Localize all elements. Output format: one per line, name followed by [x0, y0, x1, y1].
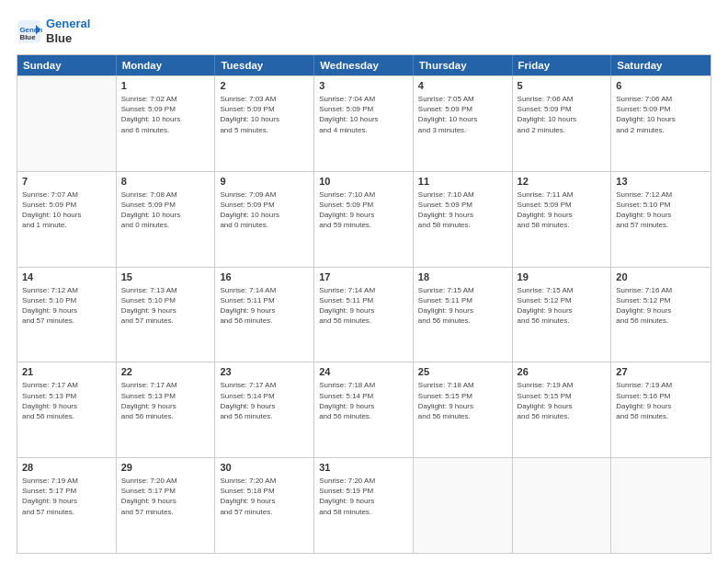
day-number: 8: [121, 175, 210, 189]
calendar-cell: 20Sunrise: 7:16 AM Sunset: 5:12 PM Dayli…: [611, 268, 711, 362]
calendar-cell: 23Sunrise: 7:17 AM Sunset: 5:14 PM Dayli…: [215, 362, 314, 457]
day-info: Sunrise: 7:14 AM Sunset: 5:11 PM Dayligh…: [220, 285, 309, 327]
calendar-cell: [17, 76, 117, 171]
day-info: Sunrise: 7:03 AM Sunset: 5:09 PM Dayligh…: [220, 94, 309, 135]
day-number: 26: [518, 365, 607, 379]
calendar-cell: 15Sunrise: 7:13 AM Sunset: 5:10 PM Dayli…: [117, 268, 216, 362]
day-info: Sunrise: 7:05 AM Sunset: 5:09 PM Dayligh…: [418, 94, 507, 135]
day-info: Sunrise: 7:02 AM Sunset: 5:09 PM Dayligh…: [121, 94, 210, 135]
calendar-cell: 12Sunrise: 7:11 AM Sunset: 5:09 PM Dayli…: [513, 172, 612, 267]
calendar-row-3: 21Sunrise: 7:17 AM Sunset: 5:13 PM Dayli…: [17, 362, 711, 457]
day-info: Sunrise: 7:19 AM Sunset: 5:15 PM Dayligh…: [518, 380, 607, 421]
calendar-cell: 11Sunrise: 7:10 AM Sunset: 5:09 PM Dayli…: [414, 172, 513, 267]
day-number: 10: [319, 175, 408, 189]
day-number: 23: [220, 365, 309, 379]
day-number: 2: [220, 79, 309, 93]
calendar-cell: 21Sunrise: 7:17 AM Sunset: 5:13 PM Dayli…: [17, 362, 117, 457]
day-info: Sunrise: 7:19 AM Sunset: 5:16 PM Dayligh…: [616, 380, 706, 421]
logo-icon: General Blue: [17, 18, 42, 44]
day-number: 4: [418, 79, 507, 93]
day-info: Sunrise: 7:09 AM Sunset: 5:09 PM Dayligh…: [220, 190, 309, 231]
day-info: Sunrise: 7:10 AM Sunset: 5:09 PM Dayligh…: [319, 190, 408, 231]
day-number: 1: [121, 79, 210, 93]
calendar-cell: 24Sunrise: 7:18 AM Sunset: 5:14 PM Dayli…: [314, 362, 414, 457]
day-number: 6: [616, 79, 706, 93]
day-info: Sunrise: 7:19 AM Sunset: 5:17 PM Dayligh…: [22, 476, 111, 517]
calendar-cell: 5Sunrise: 7:06 AM Sunset: 5:09 PM Daylig…: [513, 76, 612, 171]
day-info: Sunrise: 7:17 AM Sunset: 5:13 PM Dayligh…: [22, 380, 111, 421]
calendar-cell: 16Sunrise: 7:14 AM Sunset: 5:11 PM Dayli…: [215, 268, 314, 362]
calendar-row-2: 14Sunrise: 7:12 AM Sunset: 5:10 PM Dayli…: [17, 267, 711, 362]
calendar-cell: 30Sunrise: 7:20 AM Sunset: 5:18 PM Dayli…: [215, 458, 314, 553]
page-header: General Blue General Blue: [17, 17, 711, 45]
calendar-cell: 14Sunrise: 7:12 AM Sunset: 5:10 PM Dayli…: [17, 268, 117, 362]
calendar-page: General Blue General Blue SundayMondayTu…: [0, 0, 728, 563]
day-number: 18: [418, 270, 507, 284]
day-info: Sunrise: 7:18 AM Sunset: 5:14 PM Dayligh…: [319, 380, 408, 421]
calendar-cell: 8Sunrise: 7:08 AM Sunset: 5:09 PM Daylig…: [117, 172, 216, 267]
day-number: 9: [220, 175, 309, 189]
day-info: Sunrise: 7:20 AM Sunset: 5:18 PM Dayligh…: [220, 476, 309, 517]
header-day-tuesday: Tuesday: [215, 55, 314, 75]
header-day-monday: Monday: [117, 55, 216, 75]
day-number: 15: [121, 270, 210, 284]
day-number: 24: [319, 365, 408, 379]
day-info: Sunrise: 7:18 AM Sunset: 5:15 PM Dayligh…: [418, 380, 507, 421]
day-info: Sunrise: 7:04 AM Sunset: 5:09 PM Dayligh…: [319, 94, 408, 135]
day-number: 21: [22, 365, 111, 379]
day-number: 14: [22, 270, 111, 284]
day-number: 7: [22, 175, 111, 189]
calendar-body: 1Sunrise: 7:02 AM Sunset: 5:09 PM Daylig…: [17, 75, 711, 553]
day-info: Sunrise: 7:13 AM Sunset: 5:10 PM Dayligh…: [121, 285, 210, 327]
calendar-cell: 22Sunrise: 7:17 AM Sunset: 5:13 PM Dayli…: [117, 362, 216, 457]
day-number: 3: [319, 79, 408, 93]
day-number: 11: [418, 175, 507, 189]
day-info: Sunrise: 7:17 AM Sunset: 5:14 PM Dayligh…: [220, 380, 309, 421]
day-number: 25: [418, 365, 507, 379]
svg-text:Blue: Blue: [20, 32, 37, 40]
calendar-cell: 31Sunrise: 7:20 AM Sunset: 5:19 PM Dayli…: [314, 458, 414, 553]
calendar-cell: 28Sunrise: 7:19 AM Sunset: 5:17 PM Dayli…: [17, 458, 117, 553]
calendar-header-row: SundayMondayTuesdayWednesdayThursdayFrid…: [17, 55, 711, 75]
day-info: Sunrise: 7:07 AM Sunset: 5:09 PM Dayligh…: [22, 190, 111, 231]
day-info: Sunrise: 7:11 AM Sunset: 5:09 PM Dayligh…: [518, 190, 607, 231]
day-number: 22: [121, 365, 210, 379]
header-day-saturday: Saturday: [611, 55, 711, 75]
day-number: 27: [616, 365, 706, 379]
calendar-cell: 26Sunrise: 7:19 AM Sunset: 5:15 PM Dayli…: [513, 362, 612, 457]
day-number: 29: [121, 461, 210, 475]
logo: General Blue General Blue: [17, 17, 90, 45]
calendar-cell: 25Sunrise: 7:18 AM Sunset: 5:15 PM Dayli…: [414, 362, 513, 457]
day-number: 19: [518, 270, 607, 284]
calendar-cell: 29Sunrise: 7:20 AM Sunset: 5:17 PM Dayli…: [117, 458, 216, 553]
day-number: 20: [616, 270, 706, 284]
day-info: Sunrise: 7:12 AM Sunset: 5:10 PM Dayligh…: [22, 285, 111, 327]
calendar-cell: 4Sunrise: 7:05 AM Sunset: 5:09 PM Daylig…: [414, 76, 513, 171]
day-number: 17: [319, 270, 408, 284]
day-number: 12: [518, 175, 607, 189]
calendar-cell: 3Sunrise: 7:04 AM Sunset: 5:09 PM Daylig…: [314, 76, 414, 171]
header-day-wednesday: Wednesday: [314, 55, 414, 75]
calendar-row-4: 28Sunrise: 7:19 AM Sunset: 5:17 PM Dayli…: [17, 457, 711, 553]
day-info: Sunrise: 7:06 AM Sunset: 5:09 PM Dayligh…: [518, 94, 607, 135]
day-number: 28: [22, 461, 111, 475]
calendar-cell: [513, 458, 612, 553]
day-info: Sunrise: 7:20 AM Sunset: 5:17 PM Dayligh…: [121, 476, 210, 517]
calendar-cell: [611, 458, 711, 553]
calendar-row-0: 1Sunrise: 7:02 AM Sunset: 5:09 PM Daylig…: [17, 75, 711, 171]
day-info: Sunrise: 7:20 AM Sunset: 5:19 PM Dayligh…: [319, 476, 408, 517]
day-number: 13: [616, 175, 706, 189]
calendar-cell: 10Sunrise: 7:10 AM Sunset: 5:09 PM Dayli…: [314, 172, 414, 267]
day-info: Sunrise: 7:16 AM Sunset: 5:12 PM Dayligh…: [616, 285, 706, 327]
calendar-cell: 1Sunrise: 7:02 AM Sunset: 5:09 PM Daylig…: [117, 76, 216, 171]
day-number: 5: [518, 79, 607, 93]
day-info: Sunrise: 7:15 AM Sunset: 5:11 PM Dayligh…: [418, 285, 507, 327]
calendar-row-1: 7Sunrise: 7:07 AM Sunset: 5:09 PM Daylig…: [17, 171, 711, 267]
calendar-cell: [414, 458, 513, 553]
calendar-cell: 2Sunrise: 7:03 AM Sunset: 5:09 PM Daylig…: [215, 76, 314, 171]
logo-text: General Blue: [46, 17, 90, 45]
calendar-cell: 9Sunrise: 7:09 AM Sunset: 5:09 PM Daylig…: [215, 172, 314, 267]
calendar-cell: 17Sunrise: 7:14 AM Sunset: 5:11 PM Dayli…: [314, 268, 414, 362]
calendar-cell: 7Sunrise: 7:07 AM Sunset: 5:09 PM Daylig…: [17, 172, 117, 267]
day-info: Sunrise: 7:06 AM Sunset: 5:09 PM Dayligh…: [616, 94, 706, 135]
